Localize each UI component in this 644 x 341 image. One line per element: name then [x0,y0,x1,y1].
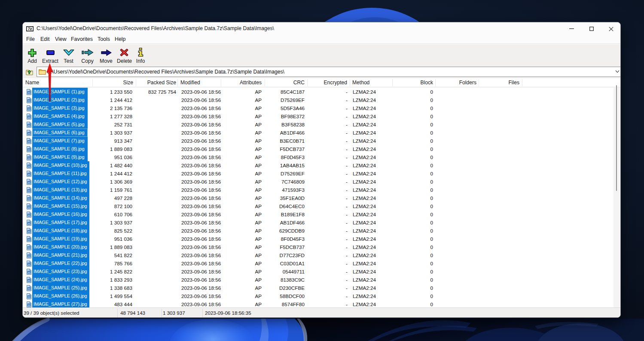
svg-text:7z: 7z [28,27,32,31]
